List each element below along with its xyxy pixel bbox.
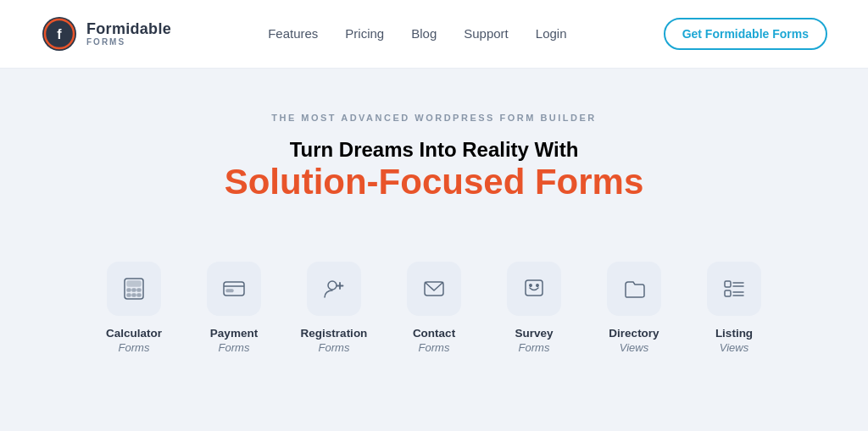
hero-title-line1: Turn Dreams Into Reality With — [290, 138, 579, 161]
nav-login[interactable]: Login — [536, 26, 567, 41]
survey-icon-box — [507, 262, 561, 316]
registration-label: Registration Forms — [301, 326, 368, 355]
svg-rect-22 — [725, 290, 731, 296]
payment-icon — [221, 276, 247, 301]
listing-icon-box — [707, 262, 761, 316]
logo-formidable: Formidable — [86, 21, 171, 38]
form-type-listing[interactable]: Listing Views — [688, 262, 780, 355]
svg-rect-5 — [127, 289, 131, 291]
svg-point-19 — [530, 285, 531, 286]
hero-title: Turn Dreams Into Reality With Solution-F… — [41, 138, 827, 202]
contact-label: Contact Forms — [413, 326, 455, 355]
payment-icon-box — [207, 262, 261, 316]
payment-label: Payment Forms — [210, 326, 258, 355]
svg-rect-4 — [127, 281, 141, 286]
form-type-payment[interactable]: Payment Forms — [188, 262, 280, 355]
nav-links: Features Pricing Blog Support Login — [268, 26, 566, 41]
form-type-registration[interactable]: Registration Forms — [288, 262, 380, 355]
logo[interactable]: f Formidable FORMS — [41, 15, 171, 52]
survey-icon — [521, 276, 547, 301]
registration-icon — [321, 276, 347, 301]
form-types-section: Calculator Forms Payment Forms — [0, 236, 868, 372]
contact-icon — [421, 276, 447, 301]
nav-support[interactable]: Support — [464, 26, 509, 41]
svg-rect-21 — [725, 281, 731, 287]
calculator-icon-box — [107, 262, 161, 316]
form-type-calculator[interactable]: Calculator Forms — [88, 262, 180, 355]
svg-rect-6 — [132, 289, 136, 291]
hero-section: The Most Advanced WordPress Form Builder… — [0, 69, 868, 236]
directory-label: Directory Views — [609, 326, 659, 355]
svg-point-14 — [328, 281, 337, 290]
listing-icon — [721, 276, 747, 301]
logo-icon: f — [41, 15, 78, 52]
nav-pricing[interactable]: Pricing — [345, 26, 384, 41]
svg-rect-13 — [226, 290, 233, 292]
nav-features[interactable]: Features — [268, 26, 318, 41]
navigation: f Formidable FORMS Features Pricing Blog… — [0, 0, 868, 69]
directory-icon — [621, 276, 647, 301]
svg-rect-7 — [137, 289, 141, 291]
survey-label: Survey Forms — [515, 326, 553, 355]
form-type-contact[interactable]: Contact Forms — [388, 262, 480, 355]
svg-point-20 — [537, 285, 538, 286]
logo-text: Formidable FORMS — [86, 21, 171, 47]
registration-icon-box — [307, 262, 361, 316]
logo-forms: FORMS — [86, 37, 171, 47]
form-type-directory[interactable]: Directory Views — [588, 262, 680, 355]
hero-subtitle: The Most Advanced WordPress Form Builder — [41, 113, 827, 123]
listing-label: Listing Views — [715, 326, 753, 355]
svg-rect-18 — [526, 280, 542, 296]
svg-rect-10 — [137, 294, 141, 296]
hero-title-line2: Solution-Focused Forms — [225, 162, 644, 202]
calculator-label: Calculator Forms — [106, 326, 162, 355]
directory-icon-box — [607, 262, 661, 316]
form-type-survey[interactable]: Survey Forms — [488, 262, 580, 355]
svg-rect-9 — [132, 294, 136, 296]
svg-rect-8 — [127, 294, 131, 296]
nav-blog[interactable]: Blog — [411, 26, 437, 41]
svg-text:f: f — [57, 27, 62, 41]
calculator-icon — [121, 276, 147, 301]
cta-button[interactable]: Get Formidable Forms — [664, 18, 827, 50]
svg-rect-11 — [224, 282, 244, 296]
contact-icon-box — [407, 262, 461, 316]
